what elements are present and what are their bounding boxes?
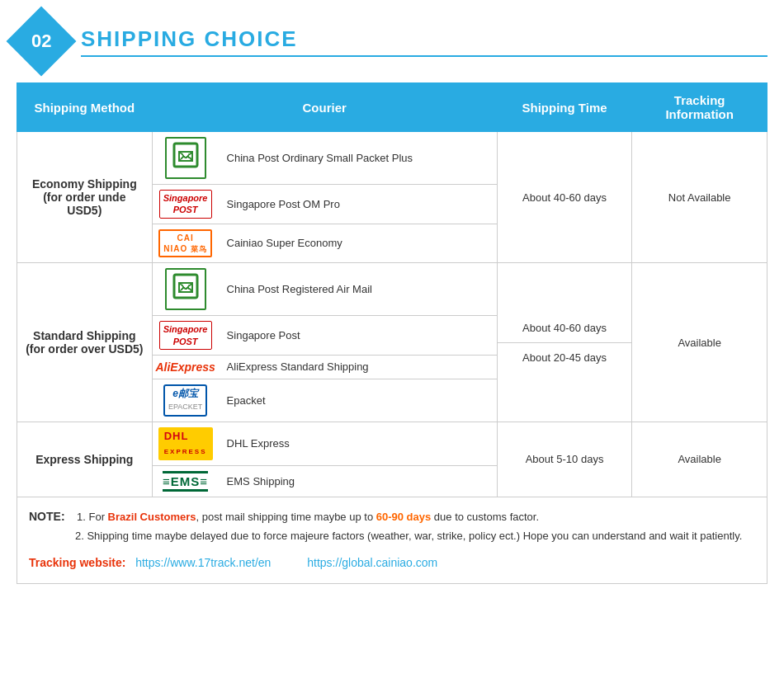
aliexpress-standard-name: AliExpress Standard Shipping: [227, 360, 369, 373]
step-badge: 02: [7, 7, 77, 77]
col-header-time: Shipping Time: [497, 83, 632, 132]
singpost-standard-logo: SingaporePOST: [153, 321, 219, 350]
chinapost-standard-name: China Post Registered Air Mail: [227, 283, 372, 295]
note-section: NOTE: 1. For Brazil Customers, post mail…: [17, 497, 767, 584]
note-line1: NOTE: 1. For Brazil Customers, post mail…: [29, 507, 755, 527]
cainiao-logo: CAINIAO 菜鸟: [153, 229, 219, 258]
courier-chinapost-economy: 🖂 China Post Ordinary Small Packet Plus: [153, 132, 497, 185]
chinapost-logo: 🖂: [153, 137, 219, 179]
singpost-logo: SingaporePOST: [153, 190, 219, 219]
note-line2: 2. Shipping time maybe delayed due to fo…: [75, 527, 755, 545]
singpost-economy-name: Singapore Post OM Pro: [227, 198, 340, 210]
step-number: 02: [31, 31, 51, 52]
express-time-cell: About 5-10 days: [497, 422, 632, 497]
express-method-cell: Express Shipping: [17, 422, 153, 497]
tracking-link-17track[interactable]: https://www.17track.net/en: [135, 556, 271, 569]
dhl-name: DHL Express: [227, 437, 290, 450]
express-tracking-cell: Available: [632, 422, 767, 497]
svg-text:🖂: 🖂: [177, 147, 194, 165]
economy-tracking-cell: Not Available: [632, 132, 767, 263]
epacket-logo: e邮宝EPACKET: [153, 384, 219, 417]
tracking-label-text: Tracking website:: [29, 556, 125, 569]
ems-name: EMS Shipping: [227, 475, 295, 488]
note1-days: 60-90 days: [376, 511, 432, 523]
note1-pre: 1. For: [77, 511, 108, 523]
col-header-method: Shipping Method: [17, 83, 153, 132]
note-label: NOTE:: [29, 510, 65, 523]
note2-text: 2. Shipping time maybe delayed due to fo…: [75, 530, 742, 542]
cainiao-economy-name: Cainiao Super Economy: [227, 237, 342, 249]
col-header-tracking: TrackingInformation: [632, 83, 767, 132]
singpost-standard-name: Singapore Post: [227, 329, 300, 342]
dhl-logo: DHLEXPRESS: [153, 427, 219, 460]
courier-singpost-economy: SingaporePOST Singapore Post OM Pro: [153, 185, 497, 224]
tracking-section: Tracking website: https://www.17track.ne…: [29, 553, 755, 573]
standard-method-cell: Standard Shipping(for order over USD5): [17, 263, 153, 422]
aliexpress-logo: AliExpress: [153, 360, 219, 374]
epacket-name: Epacket: [227, 394, 266, 407]
standard-time-cell: About 40-60 days About 20-45 days: [497, 263, 632, 422]
ems-logo: ≡EMS≡: [153, 471, 219, 492]
col-header-courier: Courier: [152, 83, 497, 132]
express-courier-cell: DHLEXPRESS DHL Express ≡EMS≡ EMS Shippin…: [152, 422, 497, 497]
economy-courier-cell: 🖂 China Post Ordinary Small Packet Plus …: [152, 132, 497, 263]
standard-courier-cell: 🖂 China Post Registered Air Mail Singapo…: [152, 263, 497, 422]
economy-method-cell: Economy Shipping(for order unde USD5): [17, 132, 153, 263]
note1-highlight: Brazil Customers: [108, 511, 196, 523]
courier-ems-express: ≡EMS≡ EMS Shipping: [153, 466, 497, 497]
standard-tracking-cell: Available: [632, 263, 767, 422]
standard-shipping-row: Standard Shipping(for order over USD5) 🖂…: [17, 263, 767, 422]
express-shipping-row: Express Shipping DHLEXPRESS DHL Express …: [17, 422, 767, 497]
chinapost-economy-name: China Post Ordinary Small Packet Plus: [227, 152, 413, 164]
courier-singpost-standard: SingaporePOST Singapore Post: [153, 316, 497, 356]
page-header: 02 SHIPPING CHOICE: [17, 16, 767, 66]
chinapost-standard-logo: 🖂: [153, 268, 219, 310]
courier-aliexpress-standard: AliExpress AliExpress Standard Shipping: [153, 356, 497, 379]
shipping-table: Shipping Method Courier Shipping Time Tr…: [17, 82, 767, 497]
courier-chinapost-standard: 🖂 China Post Registered Air Mail: [153, 263, 497, 316]
courier-cainiao-economy: CAINIAO 菜鸟 Cainiao Super Economy: [153, 224, 497, 263]
note1-post: due to customs factor.: [431, 511, 539, 523]
tracking-link-cainiao[interactable]: https://global.cainiao.com: [307, 556, 437, 569]
note1-mid: , post mail shipping time maybe up to: [196, 511, 376, 523]
courier-dhl-express: DHLEXPRESS DHL Express: [153, 422, 497, 466]
courier-epacket-standard: e邮宝EPACKET Epacket: [153, 379, 497, 422]
economy-shipping-row: Economy Shipping(for order unde USD5) 🖂 …: [17, 132, 767, 263]
economy-time-cell: About 40-60 days: [497, 132, 632, 263]
page-title: SHIPPING CHOICE: [81, 26, 767, 57]
table-header-row: Shipping Method Courier Shipping Time Tr…: [17, 83, 767, 132]
svg-text:🖂: 🖂: [177, 278, 194, 296]
